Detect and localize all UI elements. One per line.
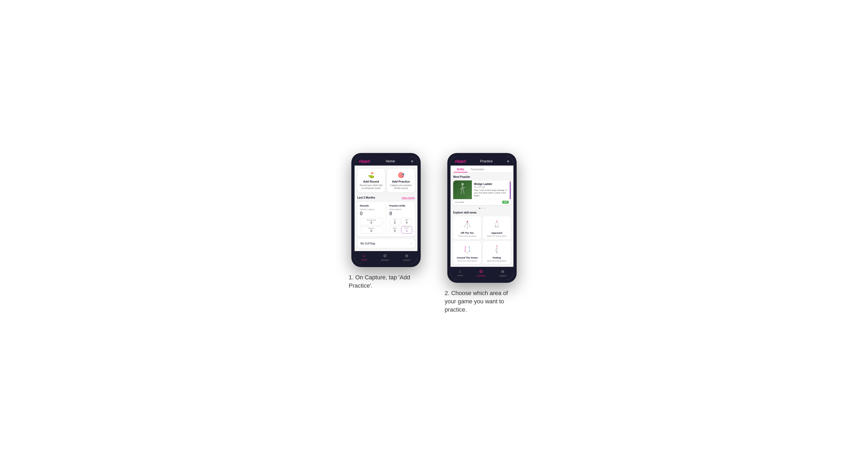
app-label: APP xyxy=(403,219,411,221)
shots-label: 9 shots xyxy=(458,201,464,204)
svg-point-20 xyxy=(496,246,497,247)
rounds-capture-value: 0 xyxy=(360,211,383,216)
practice-value: 0 xyxy=(361,229,381,232)
practice-tabs: Drills Favourites xyxy=(451,165,514,173)
home-label: Home xyxy=(362,258,367,261)
caption-1: 1. On Capture, tap 'Add Practice'. xyxy=(349,274,423,290)
phone-2-inner: clippd Practice ≡ Drills Favourites Most… xyxy=(451,156,514,280)
nav-capture-2[interactable]: ⊕ Capture xyxy=(499,269,506,277)
off-the-tee-icon xyxy=(462,219,473,230)
skill-card-off-the-tee[interactable]: Off The Tee Power and accuracy xyxy=(453,216,481,239)
nav-capture[interactable]: ⊕ Capture xyxy=(403,253,410,261)
around-green-desc: Hone your short game xyxy=(455,260,479,262)
star-icon[interactable]: ☆ xyxy=(506,182,508,185)
activities-icon: ⚙ xyxy=(383,253,387,258)
putting-title: Putting xyxy=(485,256,509,259)
arg-putt-row: ARG 0 PUTT 4 xyxy=(390,226,412,234)
app-badge: APP xyxy=(502,201,509,204)
svg-point-12 xyxy=(465,246,466,247)
carousel-dots xyxy=(453,208,511,209)
carousel-dot-3[interactable] xyxy=(484,208,485,209)
putt-value: 4 xyxy=(403,229,411,232)
rounds-title: Rounds xyxy=(360,205,383,207)
phone-2: clippd Practice ≡ Drills Favourites Most… xyxy=(447,153,517,283)
phone-1-inner: clippd Home ≡ ⛳ Add Round Record your sh… xyxy=(354,156,417,264)
skill-grid: Off The Tee Power and accuracy xyxy=(453,216,511,264)
approach-desc: Dial-in to hit the green xyxy=(485,235,509,237)
svg-point-8 xyxy=(496,221,497,222)
featured-drill-subtitle: 50–100 yds xyxy=(474,186,507,188)
svg-point-14 xyxy=(465,251,465,252)
carousel-dot-2[interactable] xyxy=(482,208,483,209)
tournament-box: Tournament 0 xyxy=(360,218,383,225)
stats-row: Rounds Rounds Capture 0 Tournament 0 xyxy=(360,205,412,234)
app-logo-2: clippd xyxy=(455,159,466,163)
featured-card-footer: 9 shots APP xyxy=(453,199,511,205)
featured-drill-card[interactable]: ☆ Wedge Ladder 50–100 yds Play 1 shot at… xyxy=(453,181,511,205)
my-golf-bag-row[interactable]: My Golf Bag › xyxy=(357,239,415,248)
activities-label-2: Activities xyxy=(477,275,486,277)
add-practice-card[interactable]: 🎯 Add Practice Capture your practice off… xyxy=(387,169,415,192)
app-value: 4 xyxy=(403,221,411,224)
bottom-nav-2: ⌂ Home ⚙ Activities ⊕ Capture xyxy=(451,267,514,280)
arg-box: ARG 0 xyxy=(390,226,400,234)
tournament-row: Tournament 0 xyxy=(360,218,383,225)
caption-2: 2. Choose which area of your game you wa… xyxy=(445,289,519,314)
off-the-tee-desc: Power and accuracy xyxy=(455,235,479,237)
rounds-capture-label: Rounds Capture xyxy=(360,208,383,211)
add-practice-desc: Capture your practice off-the-course xyxy=(389,184,413,190)
featured-drill-title: Wedge Ladder xyxy=(474,183,507,186)
rounds-col: Rounds Rounds Capture 0 Tournament 0 xyxy=(360,205,383,234)
arg-label: ARG xyxy=(391,227,399,229)
skill-card-approach[interactable]: Approach Dial-in to hit the green xyxy=(483,216,511,239)
ott-label: OTT xyxy=(391,219,399,221)
hamburger-icon-1[interactable]: ≡ xyxy=(411,159,413,163)
around-green-title: Around The Green xyxy=(455,256,479,259)
last-months-label: Last 3 Months xyxy=(357,196,375,199)
tab-drills[interactable]: Drills xyxy=(454,165,468,173)
svg-point-15 xyxy=(469,251,470,252)
nav-activities[interactable]: ⚙ Activities xyxy=(381,253,390,261)
skill-card-around-green[interactable]: Around The Green Hone your short game xyxy=(453,241,481,264)
add-round-card[interactable]: ⛳ Add Round Record your shots fast or en… xyxy=(357,169,385,192)
my-golf-bag-text: My Golf Bag xyxy=(361,242,375,245)
practice-row: Practice 0 xyxy=(360,226,383,234)
app-header-1: clippd Home ≡ xyxy=(354,156,417,165)
ott-value: 0 xyxy=(391,221,399,224)
shots-info: 9 shots xyxy=(455,201,464,204)
practice-label: Practice xyxy=(361,227,381,229)
nav-activities-2[interactable]: ⚙ Activities xyxy=(477,269,486,277)
nav-home-2[interactable]: ⌂ Home xyxy=(458,269,463,277)
capture-label: Capture xyxy=(403,259,410,261)
tab-favourites[interactable]: Favourites xyxy=(468,165,488,173)
section-1: clippd Home ≡ ⛳ Add Round Record your sh… xyxy=(349,153,423,290)
featured-card-inner: ☆ Wedge Ladder 50–100 yds Play 1 shot at… xyxy=(453,181,511,199)
tournament-label: Tournament xyxy=(361,219,381,221)
svg-point-13 xyxy=(468,246,469,247)
add-practice-title: Add Practice xyxy=(389,180,413,183)
putt-label: PUTT xyxy=(403,227,411,229)
hamburger-icon-2[interactable]: ≡ xyxy=(507,159,509,163)
svg-point-6 xyxy=(467,228,468,229)
add-round-title: Add Round xyxy=(359,180,383,183)
svg-point-16 xyxy=(467,252,468,253)
approach-icon xyxy=(492,219,502,230)
view-activity-link[interactable]: View Activity xyxy=(401,196,415,199)
featured-drill-desc: Play 1 shot at each target yardage. If y… xyxy=(474,189,507,197)
putt-box: PUTT 4 xyxy=(401,226,412,234)
nav-home[interactable]: ⌂ Home xyxy=(362,253,367,261)
carousel-dot-1[interactable] xyxy=(479,208,480,209)
action-cards: ⛳ Add Round Record your shots fast or en… xyxy=(357,169,415,192)
practice-icon: 🎯 xyxy=(389,172,413,178)
drills-capture-label: Drills Capture xyxy=(390,208,412,211)
ott-box: OTT 0 xyxy=(390,218,400,225)
home-label-2: Home xyxy=(458,274,463,277)
header-title-1: Home xyxy=(386,159,395,163)
golfer-silhouette xyxy=(457,183,468,197)
drills-sub-stats: OTT 0 APP 4 xyxy=(390,218,412,234)
approach-icon-area xyxy=(485,219,509,230)
putting-icon-area xyxy=(485,244,509,255)
skill-card-putting[interactable]: Putting Make and lag practice xyxy=(483,241,511,264)
capture-icon-2: ⊕ xyxy=(501,269,504,274)
home-screen: ⛳ Add Round Record your shots fast or en… xyxy=(354,165,417,251)
